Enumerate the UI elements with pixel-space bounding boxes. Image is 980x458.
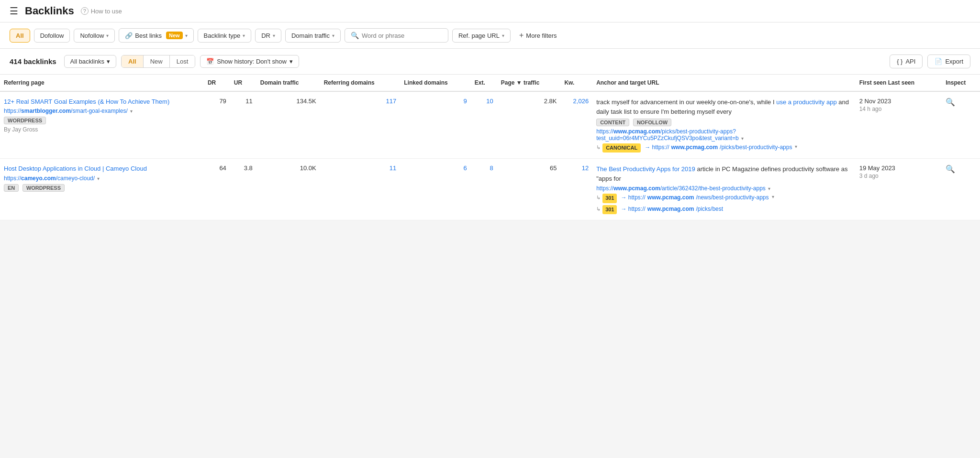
target-expand-icon-1[interactable]: ▾ <box>741 136 744 141</box>
inspect-cell-1: 🔍 <box>942 91 980 159</box>
kw-cell-2: 12 <box>560 159 592 220</box>
th-ext[interactable]: Ext. <box>471 75 497 91</box>
tab-new[interactable]: New <box>144 55 170 67</box>
target-domain-2: www.pcmag.com <box>613 185 660 192</box>
new-badge: New <box>166 32 183 39</box>
table-row: 12+ Real SMART Goal Examples (& How To A… <box>0 91 980 159</box>
top-bar: ☰ Backlinks ? How to use <box>0 0 980 22</box>
inspect-icon-1[interactable]: 🔍 <box>946 98 955 106</box>
menu-icon[interactable]: ☰ <box>10 5 18 17</box>
dr-cell-1: 79 <box>204 91 230 159</box>
how-to-use-link[interactable]: ? How to use <box>81 7 122 15</box>
search-input[interactable] <box>362 32 442 39</box>
ext-link-1[interactable]: 10 <box>486 98 493 105</box>
anchor-link-2[interactable]: The Best Productivity Apps for 2019 <box>596 165 695 173</box>
ext-link-2[interactable]: 8 <box>490 164 493 172</box>
th-linked-domains[interactable]: Linked domains <box>400 75 471 91</box>
redirect-arrow-icon-1: ↳ <box>596 144 601 151</box>
ext-cell-1: 10 <box>471 91 497 159</box>
plus-icon: + <box>519 31 523 40</box>
more-filters-button[interactable]: + More filters <box>514 28 562 43</box>
linked-domains-link-1[interactable]: 9 <box>464 98 467 105</box>
ur-cell-2: 3.8 <box>230 159 256 220</box>
backlinks-table: Referring page DR UR Domain traffic Refe… <box>0 75 980 220</box>
redirect-domain-2a: www.pcmag.com <box>647 194 694 202</box>
view-tabs: All New Lost <box>121 55 195 68</box>
page-traffic-cell-2: 65 <box>497 159 561 220</box>
page-traffic-cell-1: 2.8K <box>497 91 561 159</box>
ref-page-url-prefix-1: https:// <box>4 108 21 114</box>
badge-wp-2: WORDPRESS <box>22 184 65 192</box>
canonical-expand-icon-1[interactable]: ▾ <box>795 143 797 150</box>
ur-cell-1: 11 <box>230 91 256 159</box>
ref-page-url-label: Ref. page URL <box>458 32 500 39</box>
filter-best-links-button[interactable]: 🔗 Best links New ▾ <box>119 28 193 43</box>
th-page-traffic[interactable]: Page ▼ traffic <box>497 75 561 91</box>
nofollow-chevron-icon: ▾ <box>106 33 109 38</box>
tab-lost[interactable]: Lost <box>170 55 195 67</box>
anchor-link-1[interactable]: use a productivity app <box>776 98 836 106</box>
th-dr[interactable]: DR <box>204 75 230 91</box>
link-icon: 🔗 <box>125 32 133 39</box>
th-anchor-target: Anchor and target URL <box>592 75 856 91</box>
redirect-row-2b: ↳ 301 → https://www.pcmag.com/picks/best <box>596 205 852 214</box>
ref-page-title-1[interactable]: 12+ Real SMART Goal Examples (& How To A… <box>4 98 200 106</box>
api-button[interactable]: { } API <box>890 55 923 68</box>
th-domain-traffic[interactable]: Domain traffic <box>256 75 320 91</box>
target-expand-icon-2[interactable]: ▾ <box>768 186 770 191</box>
filter-nofollow-button[interactable]: Nofollow ▾ <box>74 29 115 43</box>
kw-link-2[interactable]: 12 <box>582 164 589 172</box>
help-circle-icon: ? <box>81 7 89 15</box>
show-history-button[interactable]: 📅 Show history: Don't show ▾ <box>200 55 299 68</box>
linked-domains-link-2[interactable]: 6 <box>464 164 467 172</box>
kw-link-1[interactable]: 2,026 <box>573 98 589 105</box>
ref-page-expand-icon-2[interactable]: ▾ <box>97 176 100 181</box>
th-inspect: Inspect <box>942 75 980 91</box>
ref-page-expand-icon-1[interactable]: ▾ <box>130 109 133 114</box>
backlink-type-chevron-icon: ▾ <box>243 33 245 38</box>
tab-all[interactable]: All <box>122 55 144 67</box>
export-icon: 📄 <box>935 58 942 65</box>
badge-en-2: EN <box>4 184 19 192</box>
badge-301-2a: 301 <box>602 194 617 203</box>
ext-cell-2: 8 <box>471 159 497 220</box>
anchor-text-before-1: track myself for advancement in our week… <box>596 98 776 106</box>
more-filters-label: More filters <box>526 32 557 39</box>
last-seen-1: 14 h ago <box>859 106 938 112</box>
dates-cell-2: 19 May 2023 3 d ago <box>856 159 942 220</box>
filter-dr-button[interactable]: DR ▾ <box>255 29 281 43</box>
domain-traffic-cell-1: 134.5K <box>256 91 320 159</box>
word-phrase-search[interactable]: 🔍 <box>345 28 448 43</box>
filter-ref-page-url-button[interactable]: Ref. page URL ▾ <box>452 29 511 43</box>
anchor-cell-2: The Best Productivity Apps for 2019 arti… <box>592 159 856 220</box>
backlink-type-label: Backlink type <box>204 32 241 39</box>
ref-page-url-suffix-1: /smart-goal-examples/ <box>71 108 128 114</box>
last-seen-2: 3 d ago <box>859 173 938 179</box>
referring-domains-link-1[interactable]: 117 <box>386 98 397 105</box>
referring-domains-cell-1: 117 <box>320 91 401 159</box>
ref-page-url-suffix-2: /cameyo-cloud/ <box>56 175 95 182</box>
dr-cell-2: 64 <box>204 159 230 220</box>
th-ur[interactable]: UR <box>230 75 256 91</box>
ref-page-domain-1: smartblogger.com <box>21 108 71 114</box>
referring-domains-link-2[interactable]: 11 <box>390 164 396 172</box>
all-backlinks-chevron-icon: ▾ <box>107 58 110 65</box>
filter-backlink-type-button[interactable]: Backlink type ▾ <box>198 29 252 43</box>
th-kw[interactable]: Kw. <box>560 75 592 91</box>
filter-dofollow-button[interactable]: Dofollow <box>34 29 70 43</box>
referring-domains-cell-2: 11 <box>320 159 401 220</box>
all-backlinks-dropdown[interactable]: All backlinks ▾ <box>64 55 117 68</box>
badge-wordpress-1: WORDPRESS <box>4 117 46 124</box>
dr-chevron-icon: ▾ <box>273 33 275 38</box>
redirect-expand-icon-2a[interactable]: ▾ <box>772 194 774 200</box>
ref-page-chevron-icon: ▾ <box>502 33 504 38</box>
th-referring-domains[interactable]: Referring domains <box>320 75 401 91</box>
dates-cell-1: 2 Nov 2023 14 h ago <box>856 91 942 159</box>
filter-all-button[interactable]: All <box>10 29 30 43</box>
redirect-arrow-icon-2a: ↳ <box>596 194 601 201</box>
export-button[interactable]: 📄 Export <box>927 55 970 68</box>
linked-domains-cell-1: 9 <box>400 91 471 159</box>
inspect-icon-2[interactable]: 🔍 <box>946 165 955 173</box>
filter-domain-traffic-button[interactable]: Domain traffic ▾ <box>285 29 341 43</box>
ref-page-title-2[interactable]: Host Desktop Applications in Cloud | Cam… <box>4 164 200 173</box>
